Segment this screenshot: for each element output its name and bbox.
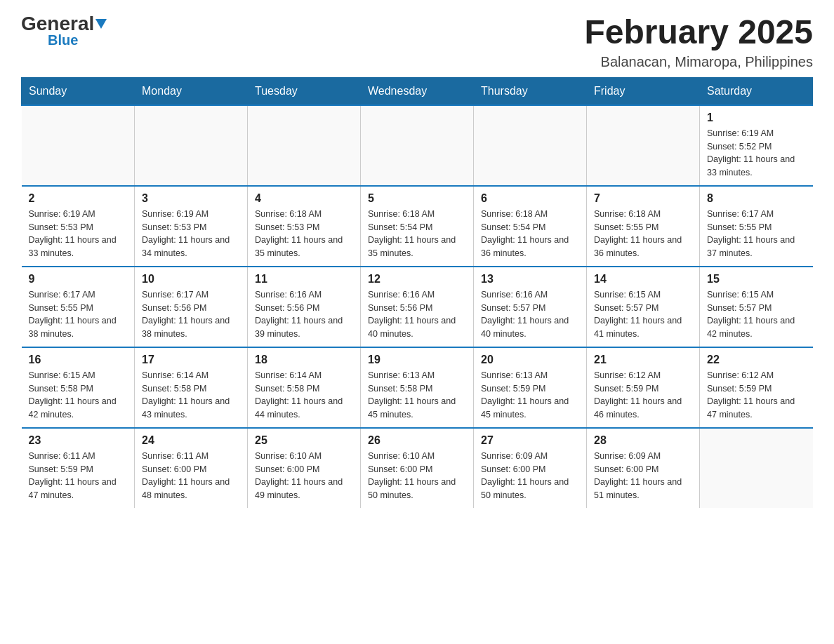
header-sunday: Sunday	[22, 77, 135, 105]
table-row: 27Sunrise: 6:09 AMSunset: 6:00 PMDayligh…	[474, 428, 587, 508]
title-block: February 2025 Balanacan, Mimaropa, Phili…	[584, 14, 813, 70]
table-row: 10Sunrise: 6:17 AMSunset: 5:56 PMDayligh…	[135, 267, 248, 347]
day-number: 10	[142, 273, 240, 286]
calendar-title: February 2025	[584, 14, 813, 51]
day-info: Sunrise: 6:19 AMSunset: 5:53 PMDaylight:…	[29, 208, 128, 260]
header-thursday: Thursday	[474, 77, 587, 105]
table-row: 26Sunrise: 6:10 AMSunset: 6:00 PMDayligh…	[361, 428, 474, 508]
day-info: Sunrise: 6:18 AMSunset: 5:55 PMDaylight:…	[594, 208, 692, 260]
table-row: 16Sunrise: 6:15 AMSunset: 5:58 PMDayligh…	[22, 347, 135, 428]
day-number: 25	[255, 434, 353, 447]
logo: General Blue	[21, 14, 107, 48]
day-info: Sunrise: 6:09 AMSunset: 6:00 PMDaylight:…	[594, 450, 692, 502]
table-row: 23Sunrise: 6:11 AMSunset: 5:59 PMDayligh…	[22, 428, 135, 508]
day-number: 2	[29, 192, 128, 205]
day-number: 22	[707, 354, 806, 366]
day-number: 17	[142, 354, 240, 366]
day-number: 1	[707, 112, 806, 124]
table-row: 6Sunrise: 6:18 AMSunset: 5:54 PMDaylight…	[474, 186, 587, 267]
logo-triangle-icon	[95, 19, 107, 29]
table-row	[248, 105, 361, 186]
table-row	[700, 428, 813, 508]
table-row	[135, 105, 248, 186]
table-row: 15Sunrise: 6:15 AMSunset: 5:57 PMDayligh…	[700, 267, 813, 347]
table-row: 2Sunrise: 6:19 AMSunset: 5:53 PMDaylight…	[22, 186, 135, 267]
day-info: Sunrise: 6:13 AMSunset: 5:59 PMDaylight:…	[481, 369, 579, 422]
logo-general: General	[21, 14, 107, 34]
page-header: General Blue February 2025 Balanacan, Mi…	[21, 14, 813, 70]
table-row	[22, 105, 135, 186]
table-row: 24Sunrise: 6:11 AMSunset: 6:00 PMDayligh…	[135, 428, 248, 508]
calendar-subtitle: Balanacan, Mimaropa, Philippines	[584, 54, 813, 70]
table-row: 5Sunrise: 6:18 AMSunset: 5:54 PMDaylight…	[361, 186, 474, 267]
table-row: 28Sunrise: 6:09 AMSunset: 6:00 PMDayligh…	[587, 428, 700, 508]
day-info: Sunrise: 6:16 AMSunset: 5:57 PMDaylight:…	[481, 288, 579, 341]
day-info: Sunrise: 6:09 AMSunset: 6:00 PMDaylight:…	[481, 450, 579, 502]
calendar-week-row: 23Sunrise: 6:11 AMSunset: 5:59 PMDayligh…	[22, 428, 813, 508]
day-info: Sunrise: 6:15 AMSunset: 5:57 PMDaylight:…	[594, 288, 692, 341]
table-row: 12Sunrise: 6:16 AMSunset: 5:56 PMDayligh…	[361, 267, 474, 347]
table-row	[474, 105, 587, 186]
table-row	[361, 105, 474, 186]
day-number: 13	[481, 273, 579, 286]
day-info: Sunrise: 6:12 AMSunset: 5:59 PMDaylight:…	[707, 369, 806, 422]
header-wednesday: Wednesday	[361, 77, 474, 105]
day-info: Sunrise: 6:12 AMSunset: 5:59 PMDaylight:…	[594, 369, 692, 422]
table-row: 21Sunrise: 6:12 AMSunset: 5:59 PMDayligh…	[587, 347, 700, 428]
calendar-week-row: 1Sunrise: 6:19 AMSunset: 5:52 PMDaylight…	[22, 105, 813, 186]
day-number: 11	[255, 273, 353, 286]
calendar-header-row: Sunday Monday Tuesday Wednesday Thursday…	[22, 77, 813, 105]
day-number: 26	[368, 434, 466, 447]
day-info: Sunrise: 6:17 AMSunset: 5:55 PMDaylight:…	[707, 208, 806, 260]
table-row: 18Sunrise: 6:14 AMSunset: 5:58 PMDayligh…	[248, 347, 361, 428]
day-info: Sunrise: 6:17 AMSunset: 5:56 PMDaylight:…	[142, 288, 240, 341]
calendar-table: Sunday Monday Tuesday Wednesday Thursday…	[21, 77, 813, 508]
table-row: 17Sunrise: 6:14 AMSunset: 5:58 PMDayligh…	[135, 347, 248, 428]
table-row: 20Sunrise: 6:13 AMSunset: 5:59 PMDayligh…	[474, 347, 587, 428]
day-info: Sunrise: 6:19 AMSunset: 5:52 PMDaylight:…	[707, 127, 806, 180]
day-info: Sunrise: 6:18 AMSunset: 5:53 PMDaylight:…	[255, 208, 353, 260]
day-number: 4	[255, 192, 353, 205]
day-info: Sunrise: 6:14 AMSunset: 5:58 PMDaylight:…	[142, 369, 240, 422]
table-row: 9Sunrise: 6:17 AMSunset: 5:55 PMDaylight…	[22, 267, 135, 347]
day-number: 27	[481, 434, 579, 447]
day-info: Sunrise: 6:18 AMSunset: 5:54 PMDaylight:…	[368, 208, 466, 260]
day-number: 14	[594, 273, 692, 286]
day-info: Sunrise: 6:16 AMSunset: 5:56 PMDaylight:…	[368, 288, 466, 341]
header-saturday: Saturday	[700, 77, 813, 105]
day-number: 18	[255, 354, 353, 366]
header-monday: Monday	[135, 77, 248, 105]
table-row: 11Sunrise: 6:16 AMSunset: 5:56 PMDayligh…	[248, 267, 361, 347]
table-row: 1Sunrise: 6:19 AMSunset: 5:52 PMDaylight…	[700, 105, 813, 186]
table-row: 25Sunrise: 6:10 AMSunset: 6:00 PMDayligh…	[248, 428, 361, 508]
calendar-week-row: 16Sunrise: 6:15 AMSunset: 5:58 PMDayligh…	[22, 347, 813, 428]
day-number: 7	[594, 192, 692, 205]
header-friday: Friday	[587, 77, 700, 105]
day-info: Sunrise: 6:16 AMSunset: 5:56 PMDaylight:…	[255, 288, 353, 341]
logo-blue: Blue	[48, 32, 78, 48]
day-info: Sunrise: 6:11 AMSunset: 6:00 PMDaylight:…	[142, 450, 240, 502]
table-row: 22Sunrise: 6:12 AMSunset: 5:59 PMDayligh…	[700, 347, 813, 428]
day-info: Sunrise: 6:15 AMSunset: 5:58 PMDaylight:…	[29, 369, 128, 422]
table-row: 4Sunrise: 6:18 AMSunset: 5:53 PMDaylight…	[248, 186, 361, 267]
day-number: 9	[29, 273, 128, 286]
day-number: 21	[594, 354, 692, 366]
day-info: Sunrise: 6:14 AMSunset: 5:58 PMDaylight:…	[255, 369, 353, 422]
day-number: 19	[368, 354, 466, 366]
day-number: 8	[707, 192, 806, 205]
day-info: Sunrise: 6:11 AMSunset: 5:59 PMDaylight:…	[29, 450, 128, 502]
header-tuesday: Tuesday	[248, 77, 361, 105]
table-row: 8Sunrise: 6:17 AMSunset: 5:55 PMDaylight…	[700, 186, 813, 267]
day-info: Sunrise: 6:19 AMSunset: 5:53 PMDaylight:…	[142, 208, 240, 260]
day-info: Sunrise: 6:18 AMSunset: 5:54 PMDaylight:…	[481, 208, 579, 260]
day-number: 24	[142, 434, 240, 447]
table-row: 19Sunrise: 6:13 AMSunset: 5:58 PMDayligh…	[361, 347, 474, 428]
day-number: 15	[707, 273, 806, 286]
day-number: 23	[29, 434, 128, 447]
day-number: 3	[142, 192, 240, 205]
day-info: Sunrise: 6:15 AMSunset: 5:57 PMDaylight:…	[707, 288, 806, 341]
day-info: Sunrise: 6:13 AMSunset: 5:58 PMDaylight:…	[368, 369, 466, 422]
day-number: 6	[481, 192, 579, 205]
table-row: 13Sunrise: 6:16 AMSunset: 5:57 PMDayligh…	[474, 267, 587, 347]
day-info: Sunrise: 6:10 AMSunset: 6:00 PMDaylight:…	[368, 450, 466, 502]
